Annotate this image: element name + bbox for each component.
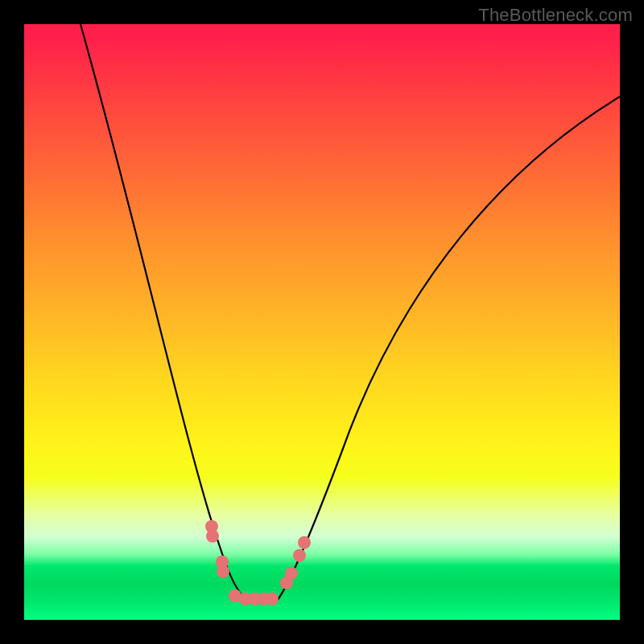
data-point: [293, 549, 306, 562]
data-point: [298, 536, 311, 549]
data-point: [206, 530, 219, 543]
data-point: [266, 592, 279, 605]
data-point: [217, 565, 229, 578]
data-point: [285, 567, 298, 580]
plot-area: [24, 24, 620, 620]
chart-frame: TheBottleneck.com: [0, 0, 644, 644]
v-curve: [80, 24, 620, 600]
curve-svg: [24, 24, 620, 620]
dot-group: [205, 520, 311, 605]
watermark-label: TheBottleneck.com: [478, 5, 633, 26]
